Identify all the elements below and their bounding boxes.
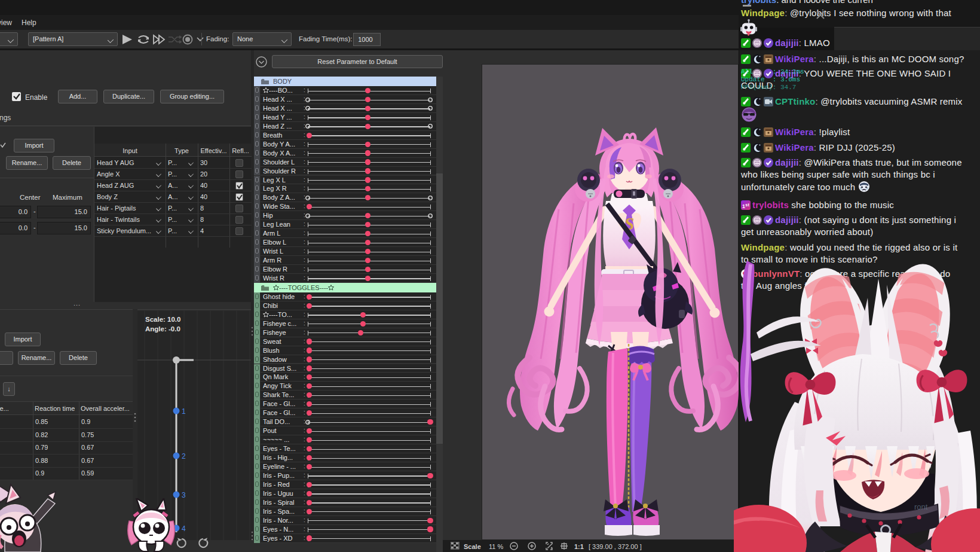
- svg-text:1: 1: [182, 407, 186, 416]
- svg-text:Scale: 10.0: Scale: 10.0: [145, 316, 180, 323]
- svg-text:4: 4: [182, 524, 186, 533]
- svg-text:3: 3: [182, 491, 186, 499]
- svg-text:Angle: -0.0: Angle: -0.0: [145, 325, 180, 333]
- svg-text:2: 2: [182, 452, 186, 460]
